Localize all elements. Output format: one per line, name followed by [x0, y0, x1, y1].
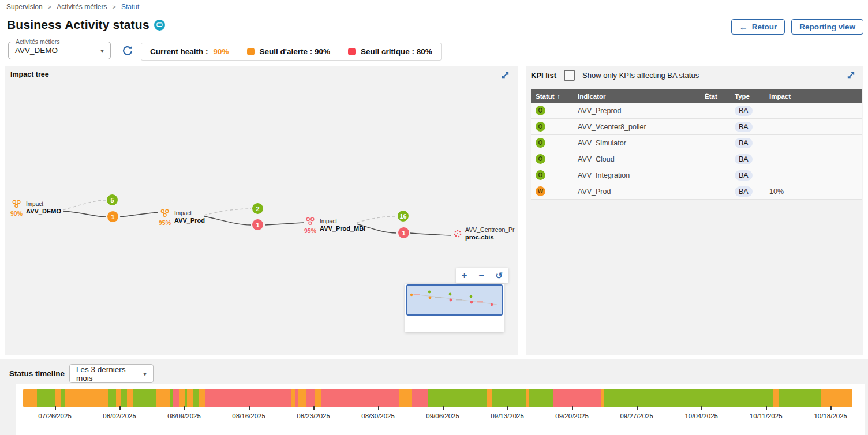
axis-tick: [184, 406, 185, 410]
timeline-segment-ok: [61, 389, 65, 407]
breadcrumb-separator: >: [113, 3, 116, 10]
table-row[interactable]: OAVV_Vcenter8_pollerBA: [531, 119, 862, 135]
node-kicker: Impact: [174, 210, 205, 217]
axis-tick-label: 09/06/2025: [426, 412, 459, 419]
timeline-segment-critical: [306, 389, 315, 407]
column-header-type[interactable]: Type: [730, 93, 765, 100]
kpi-count-badge[interactable]: 1: [107, 211, 118, 222]
minimap-viewport[interactable]: [406, 284, 503, 316]
column-header-indicator[interactable]: Indicator: [573, 93, 700, 100]
business-activity-select[interactable]: Activités métiers AVV_DEMO ▾: [8, 42, 111, 59]
timeline-segment-warning: [55, 389, 61, 407]
type-cell: BA: [730, 138, 765, 148]
axis-tick-label: 09/20/2025: [555, 412, 589, 419]
table-row[interactable]: OAVV_CloudBA: [531, 151, 862, 167]
timeline-segment-warning: [23, 389, 37, 407]
node-kicker: Impact: [26, 201, 61, 208]
breadcrumb-supervision[interactable]: Supervision: [6, 3, 43, 11]
timeline-segment-critical: [173, 389, 179, 407]
reporting-view-label: Reporting view: [799, 22, 855, 31]
indicator-cell: AVV_Simulator: [573, 139, 700, 147]
timeline-segment-ok: [779, 389, 821, 407]
status-chip: O: [536, 154, 545, 164]
caret-down-icon: ▾: [100, 47, 104, 55]
impact-cell: 10%: [765, 187, 862, 196]
timeline-segment-warning: [298, 389, 306, 407]
tree-node-service-proc-cbis[interactable]: AVV_Centreon_Pr proc-cbis: [454, 226, 515, 241]
zoom-out-button[interactable]: −: [478, 271, 484, 280]
critical-swatch-icon: [348, 48, 356, 55]
breadcrumb-statut[interactable]: Statut: [121, 3, 139, 11]
kpi-count-badge[interactable]: 1: [398, 227, 409, 238]
statut-cell: O: [531, 138, 573, 148]
breadcrumb-activites-metiers[interactable]: Activités métiers: [57, 3, 107, 11]
status-chip: W: [536, 186, 545, 196]
timeline-period-select[interactable]: Les 3 derniers mois ▾: [69, 364, 154, 383]
business-activity-icon: [12, 200, 21, 210]
timeline-segment-warning: [156, 389, 170, 407]
axis-tick-label: 10/11/2025: [750, 412, 783, 419]
expand-kpi-list-button[interactable]: [845, 70, 856, 81]
kpi-table-header: Statut ↑ Indicator État Type Impact: [531, 89, 862, 103]
axis-tick: [55, 406, 56, 410]
breadcrumb-separator: >: [48, 3, 51, 10]
show-only-kpis-checkbox[interactable]: [564, 70, 575, 81]
node-health: 90%: [10, 211, 23, 217]
status-chip: O: [536, 170, 545, 180]
tree-node-avv-prod-mbi[interactable]: 95% Impact AVV_Prod_MBI: [304, 217, 365, 234]
timeline-segment-critical: [321, 389, 399, 407]
axis-tick: [637, 406, 638, 410]
statut-cell: O: [531, 106, 573, 115]
timeline-segment-warning: [315, 389, 321, 407]
table-row[interactable]: WAVV_ProdBA10%: [531, 183, 862, 200]
indicator-cell: AVV_Preprod: [573, 107, 700, 115]
axis-tick: [572, 406, 573, 410]
reporting-view-button[interactable]: Reporting view: [791, 19, 863, 35]
timeline-segment-warning: [773, 389, 779, 407]
axis-tick-label: 08/30/2025: [361, 412, 395, 419]
impact-tree-panel: Impact tree 90% Impact: [5, 66, 518, 355]
health-summary-bar: Current health : 90% Seuil d'alerte : 90…: [141, 43, 442, 61]
type-cell: BA: [730, 170, 765, 181]
timeline-chart: 07/26/202508/02/202508/09/202508/16/2025…: [16, 384, 865, 435]
zoom-in-button[interactable]: +: [462, 271, 467, 280]
timeline-segment-warning: [487, 389, 492, 407]
status-chip: O: [536, 122, 545, 132]
timeline-segment-ok: [529, 389, 553, 407]
tree-node-avv-demo[interactable]: 90% Impact AVV_DEMO: [10, 200, 61, 217]
kpi-count-badge[interactable]: 2: [252, 203, 263, 214]
type-badge: BA: [735, 106, 753, 116]
kpi-count-badge[interactable]: 16: [398, 211, 409, 222]
kpi-count-badge[interactable]: 5: [107, 194, 118, 205]
table-row[interactable]: OAVV_IntegrationBA: [531, 167, 862, 183]
table-row[interactable]: OAVV_PreprodBA: [531, 103, 862, 119]
show-only-kpis-label[interactable]: Show only KPIs affecting BA status: [582, 71, 699, 80]
axis-tick: [830, 406, 832, 410]
table-row[interactable]: OAVV_SimulatorBA: [531, 135, 862, 151]
timeline-segment-ok: [108, 389, 116, 407]
back-button[interactable]: ← Retour: [731, 19, 785, 35]
indicator-cell: AVV_Prod: [573, 187, 700, 196]
refresh-button[interactable]: [121, 44, 134, 58]
kpi-list-title: KPI list: [531, 71, 556, 80]
statut-cell: O: [531, 154, 573, 164]
tree-minimap[interactable]: [405, 284, 504, 332]
timeline-segment-critical: [553, 389, 601, 407]
breadcrumb: Supervision > Activités métiers > Statut: [6, 3, 139, 11]
column-header-etat[interactable]: État: [700, 93, 730, 100]
timeline-segment-warning: [199, 389, 205, 407]
zoom-reset-button[interactable]: ↺: [495, 271, 503, 280]
type-cell: BA: [730, 106, 765, 116]
status-timeline-title: Status timeline: [9, 369, 65, 378]
node-health: 95%: [304, 228, 316, 234]
status-chip: O: [536, 106, 545, 115]
timeline-bar[interactable]: [23, 389, 852, 407]
page-title: Business Activity status: [7, 18, 149, 32]
tree-node-avv-prod[interactable]: 95% Impact AVV_Prod: [159, 209, 205, 226]
column-header-impact[interactable]: Impact: [765, 93, 862, 100]
node-name: AVV_Prod: [174, 217, 205, 224]
comment-bubble-icon[interactable]: [154, 20, 165, 31]
kpi-count-badge[interactable]: 1: [252, 219, 263, 230]
timeline-segment-warning: [821, 389, 852, 407]
column-header-statut[interactable]: Statut ↑: [531, 92, 573, 100]
